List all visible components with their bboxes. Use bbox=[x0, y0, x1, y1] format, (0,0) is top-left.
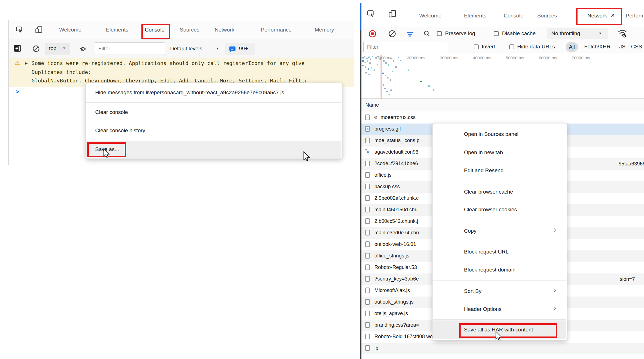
menu-item-clear-browser-cache[interactable]: Clear browser cache bbox=[464, 189, 513, 195]
menu-item-block-request-url[interactable]: Block request URL bbox=[464, 249, 508, 255]
hide-data-urls-checkbox[interactable] bbox=[509, 44, 514, 49]
request-row[interactable]: ip bbox=[361, 343, 644, 354]
invert-checkbox[interactable] bbox=[474, 44, 479, 49]
menu-item-header-options[interactable]: Header Options bbox=[464, 306, 501, 312]
file-icon bbox=[365, 288, 370, 293]
timeline-request-dot bbox=[420, 81, 422, 82]
file-icon bbox=[365, 172, 370, 178]
left-tab-network[interactable]: Network bbox=[215, 27, 234, 33]
file-icon bbox=[365, 218, 370, 224]
request-name: ?sentry_key=3ab6e bbox=[374, 276, 419, 282]
timeline-request-dot bbox=[383, 60, 385, 62]
inspect-icon[interactable] bbox=[16, 26, 23, 34]
throttling-dropdown[interactable]: No throttling ▼ bbox=[547, 28, 608, 39]
right-tab-elements[interactable]: Elements bbox=[464, 13, 486, 19]
timeline-request-dot bbox=[368, 74, 370, 75]
device-toolbar-icon[interactable] bbox=[388, 10, 397, 19]
timeline-request-dot bbox=[371, 67, 372, 68]
device-toolbar-icon[interactable] bbox=[35, 26, 43, 35]
menu-item-open-in-sources[interactable]: Open in Sources panel bbox=[464, 131, 518, 137]
file-icon bbox=[365, 161, 370, 166]
menu-item-copy[interactable]: Copy bbox=[464, 228, 476, 234]
menu-item-clear-browser-cookies[interactable]: Clear browser cookies bbox=[464, 207, 517, 213]
file-icon bbox=[365, 345, 370, 351]
inspect-icon[interactable] bbox=[367, 10, 375, 19]
timeline-gridline bbox=[394, 53, 394, 98]
file-icon bbox=[365, 253, 370, 259]
preserve-log-checkbox[interactable] bbox=[437, 31, 442, 36]
dock-side-icon[interactable] bbox=[14, 44, 21, 53]
image-file-icon bbox=[365, 126, 370, 132]
disable-cache-label: Disable cache bbox=[502, 30, 536, 37]
context-selector[interactable]: top ▼ bbox=[45, 43, 70, 55]
clear-network-log-icon[interactable] bbox=[388, 30, 396, 39]
menu-item-block-request-domain[interactable]: Block request domain bbox=[464, 267, 516, 273]
timeline-request-dot bbox=[433, 89, 434, 91]
live-expression-eye-icon[interactable] bbox=[79, 45, 87, 53]
filter-toggle-icon[interactable] bbox=[406, 31, 414, 38]
menu-item-open-in-new-tab[interactable]: Open in new tab bbox=[464, 149, 503, 156]
network-conditions-icon[interactable] bbox=[618, 29, 627, 39]
right-tab-performance[interactable]: Performance bbox=[626, 13, 644, 19]
type-filter-js[interactable]: JS bbox=[619, 44, 625, 50]
menu-item-clear-console[interactable]: Clear console bbox=[95, 109, 128, 115]
menu-item-edit-and-resend[interactable]: Edit and Resend bbox=[464, 167, 504, 174]
request-name: office.js bbox=[374, 172, 392, 178]
expand-arrow-icon[interactable]: ▶ bbox=[25, 61, 28, 65]
timeline-request-dot bbox=[365, 66, 366, 68]
timeline-request-dot bbox=[395, 66, 397, 68]
timeline-request-dot bbox=[384, 88, 386, 89]
file-icon bbox=[365, 241, 370, 247]
timeline-request-dot bbox=[362, 57, 364, 59]
file-icon bbox=[365, 207, 370, 212]
issues-badge[interactable]: 99+ bbox=[225, 43, 255, 55]
disable-cache-checkbox[interactable] bbox=[494, 31, 499, 36]
invert-label: Invert bbox=[482, 44, 495, 50]
record-network-log-icon[interactable] bbox=[368, 30, 376, 39]
timeline-request-dot bbox=[383, 84, 384, 86]
left-tab-memory[interactable]: Memory bbox=[315, 27, 334, 33]
right-tab-welcome[interactable]: Welcome bbox=[419, 13, 441, 19]
name-column-header[interactable]: Name bbox=[365, 102, 379, 108]
file-icon bbox=[365, 264, 370, 270]
clear-console-icon[interactable] bbox=[32, 45, 40, 53]
request-name: Roboto-Regular.53 bbox=[374, 264, 417, 270]
timeline-request-dot bbox=[408, 69, 409, 71]
timeline-red-marker bbox=[381, 55, 381, 98]
timeline-request-dot bbox=[387, 77, 388, 78]
right-tab-sources[interactable]: Sources bbox=[537, 13, 557, 19]
right-tab-console[interactable]: Console bbox=[504, 13, 523, 19]
menu-item-sort-by[interactable]: Sort By bbox=[464, 288, 481, 294]
default-levels-dropdown[interactable]: Default levels bbox=[170, 46, 202, 52]
request-row[interactable]: ⚙moeerrorux.css bbox=[361, 112, 644, 124]
timeline-request-dot bbox=[392, 71, 393, 72]
request-name: main.f450150d.chu bbox=[374, 207, 418, 213]
menu-separator bbox=[86, 102, 341, 103]
left-tab-welcome[interactable]: Welcome bbox=[59, 27, 81, 33]
timeline-request-dot bbox=[400, 60, 401, 61]
type-filter-all[interactable]: All bbox=[566, 42, 578, 52]
warning-line-2: Duplicates include: bbox=[32, 69, 91, 75]
submenu-chevron-icon: › bbox=[554, 305, 556, 311]
timeline-request-dot bbox=[365, 62, 366, 63]
request-name: ip bbox=[374, 345, 378, 351]
console-prompt[interactable]: > bbox=[16, 88, 19, 95]
search-icon[interactable] bbox=[423, 30, 430, 38]
timeline-request-dot bbox=[379, 58, 381, 60]
console-filter-input[interactable] bbox=[95, 42, 165, 55]
left-tab-elements[interactable]: Elements bbox=[106, 27, 128, 33]
type-filter-fetch-xhr[interactable]: Fetch/XHR bbox=[584, 44, 610, 50]
left-tab-sources[interactable]: Sources bbox=[180, 27, 199, 33]
request-name: office_strings.js bbox=[374, 253, 409, 259]
preserve-log-label: Preserve log bbox=[445, 30, 475, 37]
menu-item-clear-console-history[interactable]: Clear console history bbox=[95, 127, 145, 134]
left-tab-performance[interactable]: Performance bbox=[261, 27, 292, 33]
request-name: MicrosoftAjax.js bbox=[374, 288, 410, 293]
menu-item-hide-messages[interactable]: Hide messages from livepersonacard_witho… bbox=[95, 89, 284, 96]
request-value-fragment: sion=7 bbox=[620, 276, 635, 282]
file-icon bbox=[365, 311, 370, 316]
file-icon bbox=[365, 195, 370, 201]
type-filter-css[interactable]: CSS bbox=[631, 44, 642, 50]
network-filter-input[interactable] bbox=[363, 42, 448, 52]
timeline-overview[interactable] bbox=[361, 53, 644, 98]
